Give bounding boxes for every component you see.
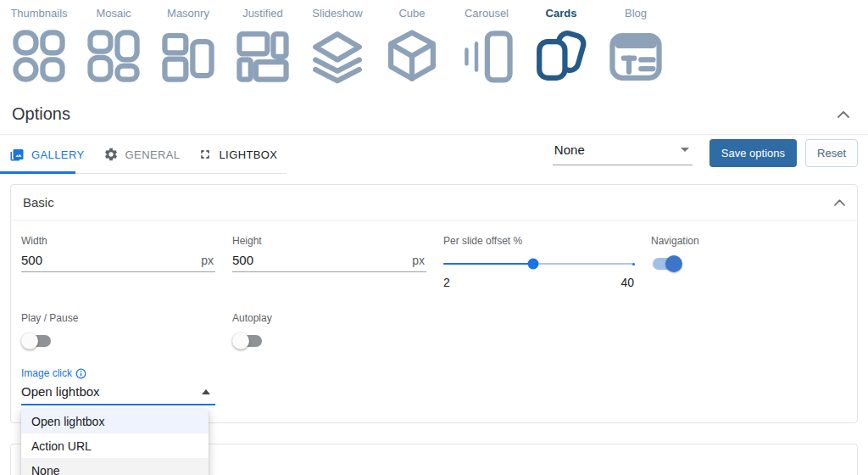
tab-lightbox[interactable]: LIGHTBOX	[189, 135, 287, 173]
image-click-label-row: Image click	[21, 367, 215, 379]
height-value: 500	[232, 253, 253, 267]
basic-panel-title: Basic	[23, 195, 54, 210]
basic-row-3: Image click Open lightbox Open lightbox	[21, 367, 847, 405]
per-slide-offset-field: Per slide offset % 2 40	[443, 235, 634, 289]
slideshow-icon	[310, 28, 364, 84]
justified-icon	[236, 28, 290, 84]
play-pause-field: Play / Pause	[21, 312, 215, 349]
masonry-icon	[161, 28, 215, 84]
gallery-type-blog[interactable]: Blog	[598, 7, 673, 84]
cards-icon	[534, 28, 588, 84]
gallery-type-mosaic[interactable]: Mosaic	[76, 7, 151, 84]
gallery-type-carousel[interactable]: Carousel	[449, 7, 524, 84]
menu-option-none[interactable]: None	[21, 458, 209, 475]
offset-max-label: 40	[620, 276, 634, 289]
chevron-up-icon	[837, 111, 849, 118]
basic-panel-body: Width 500 px Height 500 px Per slide off…	[11, 221, 857, 422]
autoplay-field: Autoplay	[232, 312, 426, 349]
width-field: Width 500 px	[21, 235, 215, 289]
gallery-type-cube[interactable]: Cube	[375, 7, 449, 84]
carousel-icon	[459, 28, 514, 84]
height-label: Height	[232, 235, 426, 247]
per-slide-offset-label: Per slide offset %	[443, 235, 634, 247]
gallery-type-label: Thumbnails	[10, 7, 67, 20]
fullscreen-icon	[198, 148, 212, 161]
menu-option-open-lightbox[interactable]: Open lightbox	[21, 409, 209, 433]
toggle-thumb	[21, 332, 38, 349]
tab-label: GALLERY	[31, 148, 85, 161]
options-tabs: GALLERY GENERAL LIGHTBOX	[0, 135, 287, 174]
gallery-type-label: Carousel	[465, 7, 509, 20]
gallery-type-label: Justified	[242, 7, 283, 20]
active-tab-indicator	[0, 171, 75, 174]
gallery-type-cards[interactable]: Cards	[524, 7, 598, 84]
blog-icon	[609, 28, 663, 84]
navigation-label: Navigation	[651, 235, 847, 247]
chevron-up-icon	[202, 389, 210, 394]
image-click-field: Image click Open lightbox Open lightbox	[21, 367, 215, 405]
options-header: Options	[0, 84, 868, 135]
mosaic-icon	[86, 28, 141, 84]
gallery-type-label: Slideshow	[312, 7, 362, 20]
image-click-select[interactable]: Open lightbox	[21, 383, 215, 405]
basic-row-2: Play / Pause Autoplay	[21, 312, 847, 349]
gallery-type-label: Blog	[625, 7, 647, 20]
basic-collapse-button[interactable]	[834, 199, 845, 206]
width-value: 500	[21, 253, 42, 267]
tab-label: LIGHTBOX	[219, 148, 277, 161]
toggle-thumb	[665, 255, 682, 272]
gallery-type-masonry[interactable]: Masonry	[151, 7, 225, 84]
menu-option-action-url[interactable]: Action URL	[21, 433, 209, 458]
navigation-toggle[interactable]	[651, 255, 682, 272]
width-label: Width	[21, 235, 215, 247]
offset-slider-end-dot	[632, 263, 635, 265]
toolbar-actions: None Save options Reset	[553, 139, 858, 174]
toggle-thumb	[232, 332, 249, 349]
gallery-type-slideshow[interactable]: Slideshow	[300, 7, 375, 84]
width-unit: px	[201, 254, 214, 267]
offset-slider-thumb[interactable]	[527, 259, 538, 270]
offset-slider-scale: 2 40	[443, 276, 634, 289]
offset-slider[interactable]	[443, 258, 634, 270]
preset-select-value: None	[554, 142, 585, 157]
chevron-up-icon	[834, 199, 845, 206]
basic-panel-header: Basic	[11, 185, 857, 221]
autoplay-label: Autoplay	[232, 312, 426, 324]
height-unit: px	[412, 254, 425, 267]
height-input[interactable]: 500 px	[232, 251, 426, 272]
gallery-type-label: Cards	[546, 7, 577, 20]
info-icon[interactable]	[75, 368, 86, 379]
gallery-icon	[9, 147, 25, 162]
autoplay-toggle[interactable]	[232, 332, 264, 349]
gallery-type-label: Masonry	[167, 7, 209, 20]
gallery-options-page: Thumbnails Mosaic Masonry Justified	[0, 0, 868, 475]
reset-button[interactable]: Reset	[805, 139, 858, 167]
navigation-field: Navigation	[651, 235, 847, 289]
gallery-type-thumbnails[interactable]: Thumbnails	[2, 7, 76, 84]
page-title: Options	[12, 104, 70, 124]
width-input[interactable]: 500 px	[21, 251, 215, 272]
tab-general[interactable]: GENERAL	[94, 135, 190, 173]
offset-min-label: 2	[443, 276, 450, 289]
gallery-type-label: Mosaic	[96, 7, 131, 20]
save-options-button[interactable]: Save options	[709, 139, 797, 167]
gallery-type-label: Cube	[398, 7, 425, 20]
image-click-label: Image click	[21, 367, 72, 379]
gallery-type-justified[interactable]: Justified	[225, 7, 300, 84]
basic-panel: Basic Width 500 px Height 500 p	[10, 184, 858, 423]
gear-icon	[103, 147, 119, 162]
image-click-value: Open lightbox	[21, 384, 100, 399]
options-collapse-button[interactable]	[837, 111, 849, 118]
offset-slider-fill	[443, 263, 533, 265]
tab-gallery[interactable]: GALLERY	[0, 135, 94, 173]
cube-icon	[385, 28, 439, 84]
basic-row-1: Width 500 px Height 500 px Per slide off…	[21, 235, 847, 289]
image-click-menu: Open lightbox Action URL None	[21, 409, 209, 475]
gallery-type-nav: Thumbnails Mosaic Masonry Justified	[0, 0, 868, 84]
play-pause-label: Play / Pause	[21, 312, 215, 324]
options-toolbar: GALLERY GENERAL LIGHTBOX None Save o	[0, 135, 868, 174]
thumbnails-icon	[12, 28, 66, 84]
play-pause-toggle[interactable]	[21, 332, 53, 349]
preset-select[interactable]: None	[553, 141, 693, 165]
chevron-down-icon	[681, 148, 689, 152]
